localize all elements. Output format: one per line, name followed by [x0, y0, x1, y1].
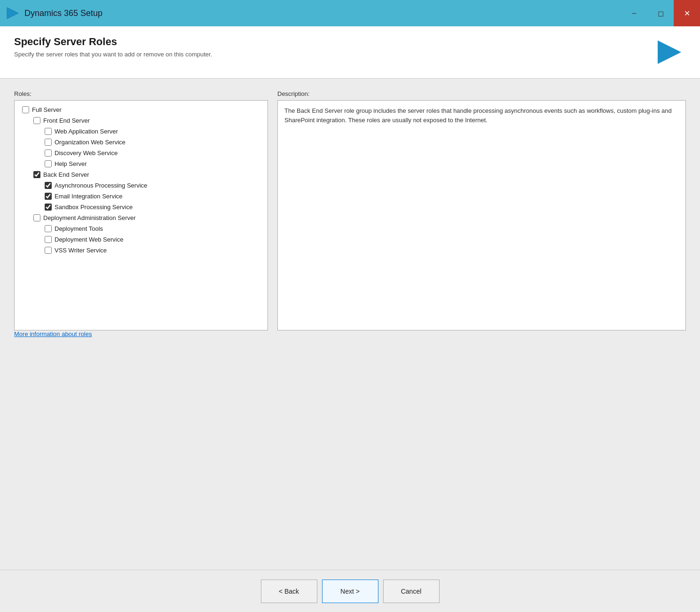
- description-label: Description:: [277, 90, 686, 97]
- checkbox-sandbox-processing-service[interactable]: [45, 204, 52, 211]
- checkbox-help-server[interactable]: [45, 160, 52, 167]
- role-back-end-server[interactable]: Back End Server: [33, 171, 260, 178]
- checkbox-async-processing-service[interactable]: [45, 182, 52, 189]
- checkbox-deployment-admin-server[interactable]: [33, 214, 40, 221]
- minimize-button[interactable]: –: [621, 0, 647, 26]
- role-async-processing-service[interactable]: Asynchronous Processing Service: [45, 182, 260, 189]
- checkbox-back-end-server[interactable]: [33, 171, 40, 178]
- title-bar: Dynamics 365 Setup – ◻ ✕: [0, 0, 700, 26]
- label-web-application-server[interactable]: Web Application Server: [55, 128, 118, 135]
- checkbox-discovery-web-service[interactable]: [45, 149, 52, 157]
- title-bar-controls: – ◻ ✕: [621, 0, 700, 26]
- role-deployment-admin-server[interactable]: Deployment Administration Server: [33, 214, 260, 221]
- checkbox-organization-web-service[interactable]: [45, 139, 52, 146]
- label-back-end-server[interactable]: Back End Server: [43, 171, 89, 178]
- checkbox-front-end-server[interactable]: [33, 117, 40, 124]
- roles-box: Full Server Front End Server Web Applica…: [14, 100, 268, 330]
- role-email-integration-service[interactable]: Email Integration Service: [45, 193, 260, 200]
- description-panel: Description: The Back End Server role gr…: [277, 90, 686, 372]
- label-vss-writer-service[interactable]: VSS Writer Service: [55, 247, 107, 254]
- roles-panel: Roles: Full Server Front End Server: [14, 90, 268, 372]
- close-button[interactable]: ✕: [674, 0, 700, 26]
- roles-label: Roles:: [14, 90, 268, 97]
- label-deployment-tools[interactable]: Deployment Tools: [55, 225, 103, 232]
- header-section: Specify Server Roles Specify the server …: [0, 26, 700, 78]
- dynamics-logo: [653, 36, 686, 69]
- role-discovery-web-service[interactable]: Discovery Web Service: [45, 149, 260, 157]
- description-box: The Back End Server role group includes …: [277, 100, 686, 330]
- label-sandbox-processing-service[interactable]: Sandbox Processing Service: [55, 204, 133, 211]
- footer: < Back Next > Cancel: [0, 570, 700, 612]
- back-button[interactable]: < Back: [261, 580, 317, 603]
- next-button[interactable]: Next >: [322, 580, 378, 603]
- role-full-server[interactable]: Full Server: [22, 106, 260, 113]
- svg-marker-1: [658, 40, 681, 64]
- main-window: Specify Server Roles Specify the server …: [0, 26, 700, 612]
- checkbox-full-server[interactable]: [22, 106, 29, 113]
- checkbox-vss-writer-service[interactable]: [45, 247, 52, 254]
- label-full-server[interactable]: Full Server: [32, 106, 62, 113]
- roles-area: Roles: Full Server Front End Server: [14, 90, 686, 372]
- label-async-processing-service[interactable]: Asynchronous Processing Service: [55, 182, 147, 189]
- label-help-server[interactable]: Help Server: [55, 160, 87, 167]
- checkbox-deployment-web-service[interactable]: [45, 236, 52, 243]
- svg-marker-0: [7, 8, 18, 19]
- checkbox-web-application-server[interactable]: [45, 128, 52, 135]
- description-text: The Back End Server role group includes …: [284, 107, 672, 124]
- role-deployment-tools[interactable]: Deployment Tools: [45, 225, 260, 232]
- label-front-end-server[interactable]: Front End Server: [43, 117, 90, 124]
- label-deployment-web-service[interactable]: Deployment Web Service: [55, 236, 123, 243]
- role-web-application-server[interactable]: Web Application Server: [45, 128, 260, 135]
- checkbox-deployment-tools[interactable]: [45, 225, 52, 232]
- title-bar-left: Dynamics 365 Setup: [6, 6, 102, 20]
- label-organization-web-service[interactable]: Organization Web Service: [55, 139, 126, 146]
- cancel-button[interactable]: Cancel: [383, 580, 440, 603]
- role-front-end-server[interactable]: Front End Server: [33, 117, 260, 124]
- window-title: Dynamics 365 Setup: [24, 8, 102, 18]
- content-body: Roles: Full Server Front End Server: [0, 78, 700, 570]
- role-help-server[interactable]: Help Server: [45, 160, 260, 167]
- role-vss-writer-service[interactable]: VSS Writer Service: [45, 247, 260, 254]
- role-organization-web-service[interactable]: Organization Web Service: [45, 139, 260, 146]
- label-discovery-web-service[interactable]: Discovery Web Service: [55, 149, 118, 157]
- label-deployment-admin-server[interactable]: Deployment Administration Server: [43, 214, 136, 221]
- restore-button[interactable]: ◻: [647, 0, 674, 26]
- app-icon: [6, 6, 20, 20]
- label-email-integration-service[interactable]: Email Integration Service: [55, 193, 123, 200]
- role-sandbox-processing-service[interactable]: Sandbox Processing Service: [45, 204, 260, 211]
- header-text: Specify Server Roles Specify the server …: [14, 36, 212, 58]
- page-title: Specify Server Roles: [14, 36, 212, 48]
- checkbox-email-integration-service[interactable]: [45, 193, 52, 200]
- more-info-link[interactable]: More information about roles: [14, 330, 92, 337]
- role-deployment-web-service[interactable]: Deployment Web Service: [45, 236, 260, 243]
- page-subtitle: Specify the server roles that you want t…: [14, 51, 212, 58]
